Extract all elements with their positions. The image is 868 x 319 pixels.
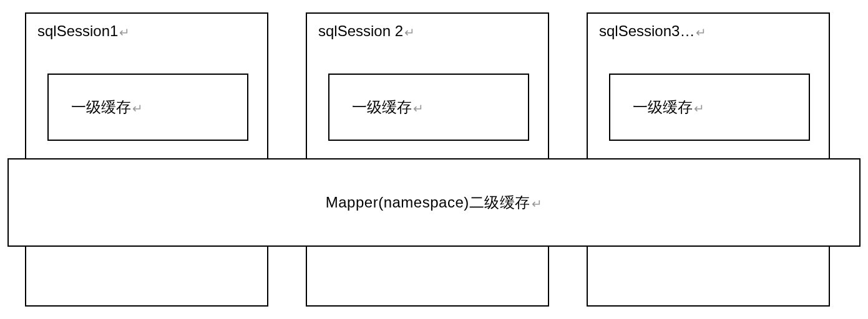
return-mark-icon: ↵ (532, 197, 543, 211)
l2-cache-box: Mapper(namespace)二级缓存↵ (7, 158, 861, 247)
session-label-1: sqlSession1↵ (37, 22, 130, 40)
session-label-2: sqlSession 2↵ (318, 22, 415, 40)
l1-cache-box-3: 一级缓存↵ (609, 74, 810, 141)
return-mark-icon: ↵ (404, 26, 415, 39)
return-mark-icon: ↵ (413, 102, 424, 115)
l1-cache-label-1: 一级缓存↵ (71, 97, 143, 117)
l1-cache-box-2: 一级缓存↵ (328, 74, 529, 141)
return-mark-icon: ↵ (694, 102, 705, 115)
session-label-3-text: sqlSession3… (599, 22, 695, 39)
l1-cache-box-1: 一级缓存↵ (47, 74, 248, 141)
session-label-3: sqlSession3…↵ (599, 22, 706, 40)
l1-cache-label-3-text: 一级缓存 (633, 98, 693, 115)
session-label-1-text: sqlSession1 (37, 22, 118, 39)
return-mark-icon: ↵ (132, 102, 143, 115)
l2-cache-label: Mapper(namespace)二级缓存↵ (326, 193, 542, 212)
l1-cache-label-1-text: 一级缓存 (71, 98, 131, 115)
l1-cache-label-2-text: 一级缓存 (352, 98, 412, 115)
return-mark-icon: ↵ (696, 26, 706, 39)
l1-cache-label-3: 一级缓存↵ (633, 97, 705, 117)
session-label-2-text: sqlSession 2 (318, 22, 403, 39)
return-mark-icon: ↵ (119, 26, 130, 39)
l1-cache-label-2: 一级缓存↵ (352, 97, 424, 117)
l2-cache-label-text: Mapper(namespace)二级缓存 (326, 194, 530, 211)
